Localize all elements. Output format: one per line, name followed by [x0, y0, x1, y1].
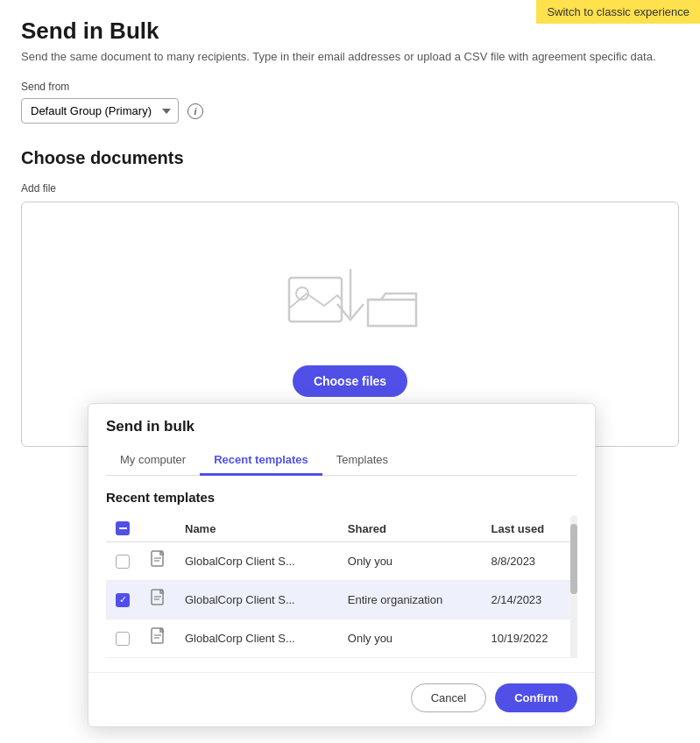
row3-shared: Only you: [339, 619, 483, 658]
switch-classic-button[interactable]: Switch to classic experience: [536, 0, 700, 24]
modal-tabs: My computer Recent templates Templates: [106, 446, 577, 476]
table-row[interactable]: GlobalCorp Client S... Only you 10/19/20…: [106, 619, 577, 658]
modal-footer: Cancel Confirm: [88, 672, 595, 726]
row1-file-icon-cell: [141, 542, 176, 581]
add-file-label: Add file: [21, 182, 679, 195]
row1-checkbox[interactable]: [116, 555, 130, 569]
tab-templates[interactable]: Templates: [322, 446, 402, 476]
row1-name: GlobalCorp Client S...: [176, 542, 339, 581]
row2-last-used: 2/14/2023: [483, 581, 578, 619]
row3-file-icon-cell: [141, 619, 176, 658]
tab-my-computer[interactable]: My computer: [106, 446, 200, 476]
table-header-checkbox[interactable]: [106, 515, 141, 542]
table-header-row: Name Shared Last used: [106, 515, 577, 542]
row3-last-used: 10/19/2022: [483, 619, 578, 658]
table-header-name: Name: [176, 515, 339, 542]
file-icon: [150, 627, 167, 647]
templates-table-container: Name Shared Last used: [106, 515, 577, 658]
modal-header: Send in bulk My computer Recent template…: [88, 404, 595, 476]
upload-icon: [280, 251, 421, 351]
row2-name: GlobalCorp Client S...: [176, 581, 339, 619]
scrollbar-thumb[interactable]: [570, 524, 577, 594]
send-from-label: Send from: [21, 81, 679, 93]
choose-files-button[interactable]: Choose files: [293, 365, 407, 397]
file-icon: [150, 589, 167, 608]
table-header-last-used: Last used: [483, 515, 578, 542]
table-header-shared: Shared: [339, 515, 483, 542]
tab-recent-templates[interactable]: Recent templates: [200, 446, 322, 476]
scrollbar-track[interactable]: [570, 515, 577, 658]
row3-checkbox-cell[interactable]: [106, 619, 141, 658]
confirm-button[interactable]: Confirm: [495, 683, 577, 712]
row1-last-used: 8/8/2023: [483, 542, 578, 581]
table-row[interactable]: GlobalCorp Client S... Entire organizati…: [106, 581, 577, 619]
modal-dialog: Send in bulk My computer Recent template…: [88, 403, 596, 727]
table-header-icon-col: [141, 515, 176, 542]
row3-checkbox[interactable]: [116, 632, 130, 646]
modal-body: Recent templates Name Shared Last used: [88, 476, 595, 672]
choose-docs-title: Choose documents: [21, 148, 679, 168]
row1-checkbox-cell[interactable]: [106, 542, 141, 581]
modal-title: Send in bulk: [106, 418, 577, 435]
cancel-button[interactable]: Cancel: [411, 683, 486, 712]
row2-file-icon-cell: [141, 581, 176, 619]
table-row[interactable]: GlobalCorp Client S... Only you 8/8/2023: [106, 542, 577, 581]
send-from-select[interactable]: Default Group (Primary): [21, 98, 179, 124]
row2-checkbox-cell[interactable]: [106, 581, 141, 619]
recent-templates-heading: Recent templates: [106, 490, 577, 505]
select-all-checkbox[interactable]: [116, 521, 130, 535]
page-subtitle: Send the same document to many recipient…: [21, 50, 679, 63]
row2-checkbox[interactable]: [116, 593, 130, 607]
row3-name: GlobalCorp Client S...: [176, 619, 339, 658]
templates-table: Name Shared Last used: [106, 515, 577, 658]
file-icon: [150, 550, 167, 570]
row1-shared: Only you: [339, 542, 483, 581]
info-icon[interactable]: i: [187, 103, 203, 119]
row2-shared: Entire organization: [339, 581, 483, 619]
